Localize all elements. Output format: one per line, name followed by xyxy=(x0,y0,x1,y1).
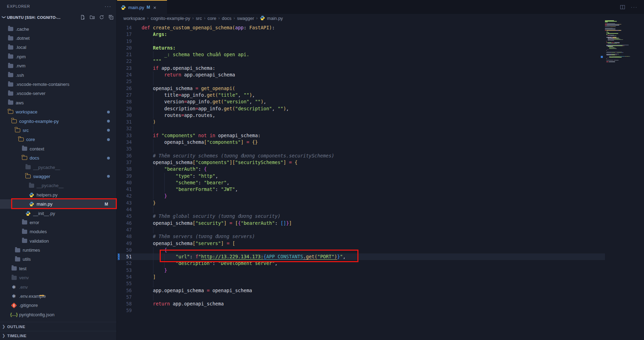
tree-item-modules[interactable]: modules xyxy=(0,227,116,236)
code-line-52[interactable]: 52 "description": "Development server", xyxy=(117,260,605,267)
split-editor-icon[interactable] xyxy=(620,5,625,10)
code-line-22[interactable]: 22 """ xyxy=(117,58,605,65)
code-line-27[interactable]: 27 title=app_info.get("title", ""), xyxy=(117,92,605,98)
code-line-44[interactable]: 44 xyxy=(117,206,605,213)
breadcrumb-item-cognito-example-py[interactable]: cognito-example-py xyxy=(151,16,190,21)
breadcrumb-item-src[interactable]: src xyxy=(196,16,202,21)
tree-item--nvm[interactable]: .nvm xyxy=(0,61,116,71)
code-line-29[interactable]: 29 description=app_info.get("description… xyxy=(117,105,605,112)
tree-item-cognito-example-py[interactable]: cognito-example-py xyxy=(0,117,116,126)
code-line-31[interactable]: 31 ) xyxy=(117,119,605,125)
tree-item-helpers-py[interactable]: helpers.py xyxy=(0,190,116,199)
code-line-23[interactable]: 23 if app.openapi_schema: xyxy=(117,65,605,72)
tree-item-pyrightconfig-json[interactable]: {…}pyrightconfig.json xyxy=(0,310,116,319)
code-line-20[interactable]: 20 Returns: xyxy=(117,45,605,51)
timeline-section[interactable]: ❯ TIMELINE xyxy=(0,331,116,340)
tree-item-venv[interactable]: venv xyxy=(0,273,116,282)
tree-item--dotnet[interactable]: .dotnet xyxy=(0,34,116,43)
code-line-41[interactable]: 41 "bearerFormat": "JWT", xyxy=(117,186,605,193)
code-line-45[interactable]: 45 # Thêm global security (tương đương s… xyxy=(117,213,605,220)
tree-item-src[interactable]: src xyxy=(0,126,116,135)
minimap[interactable] xyxy=(605,20,633,63)
tree-item--ssh[interactable]: .ssh xyxy=(0,71,116,80)
tree-item--vscode-server[interactable]: .vscode-server xyxy=(0,89,116,98)
new-folder-icon[interactable] xyxy=(90,15,95,20)
code-line-55[interactable]: 55 xyxy=(117,280,605,287)
code-line-47[interactable]: 47 xyxy=(117,227,605,233)
code-line-37[interactable]: 37 openapi_schema["components"]["securit… xyxy=(117,159,605,166)
tree-item--init-py[interactable]: __init__.py xyxy=(0,209,116,218)
code-line-26[interactable]: 26 openapi_schema = get_openapi( xyxy=(117,85,605,92)
tree-item-main-py[interactable]: main.pyM xyxy=(0,199,116,208)
line-number: 43 xyxy=(117,200,132,206)
tree-item--cache[interactable]: .cache xyxy=(0,24,116,34)
explorer-more-icon[interactable]: ··· xyxy=(105,3,112,9)
breadcrumb-item-docs[interactable]: docs xyxy=(222,16,231,21)
tree-item-runtimes[interactable]: runtimes xyxy=(0,245,116,254)
tree-item--pycache-[interactable]: __pycache__ xyxy=(0,163,116,172)
tree-item-test[interactable]: test xyxy=(0,264,116,273)
line-number: 45 xyxy=(117,213,132,220)
tree-item-validation[interactable]: validation xyxy=(0,236,116,245)
tree-item-workspace[interactable]: workspace xyxy=(0,108,116,117)
tree-item--gitignore[interactable]: .gitignore xyxy=(0,301,116,310)
code-line-38[interactable]: 38 "bearerAuth": { xyxy=(117,166,605,172)
tree-item-core[interactable]: core xyxy=(0,135,116,144)
code-line-25[interactable]: 25 xyxy=(117,78,605,85)
json-icon: {…} xyxy=(11,312,17,317)
code-line-56[interactable]: 56 app.openapi_schema = openapi_schema xyxy=(117,287,605,294)
tree-item--env[interactable]: ✱.env xyxy=(0,282,116,291)
tree-item--local[interactable]: .local xyxy=(0,43,116,52)
tree-item-aws[interactable]: aws xyxy=(0,98,116,107)
tree-item-docs[interactable]: docs xyxy=(0,153,116,162)
code-line-39[interactable]: 39 "type": "http", xyxy=(117,173,605,179)
breadcrumb-item-core[interactable]: core xyxy=(207,16,216,21)
code-line-57[interactable]: 57 xyxy=(117,294,605,301)
code-line-35[interactable]: 35 xyxy=(117,146,605,152)
code-line-51[interactable]: 51 "url": f"http://13.229.134.173:{APP_C… xyxy=(117,253,605,260)
tab-close-icon[interactable]: × xyxy=(153,5,157,10)
code-line-53[interactable]: 53 } xyxy=(117,267,605,274)
code-line-17[interactable]: 17 Args: xyxy=(117,31,605,38)
code-line-24[interactable]: 24 return app.openapi_schema xyxy=(117,72,605,78)
code-line-46[interactable]: 46 openapi_schema["security"] = [{"beare… xyxy=(117,220,605,227)
code-line-32[interactable]: 32 xyxy=(117,125,605,132)
line-number: 22 xyxy=(117,58,132,65)
breadcrumb-item-main-py[interactable]: main.py xyxy=(267,16,283,21)
editor-more-icon[interactable]: ··· xyxy=(631,4,638,10)
code-editor[interactable]: 14def create_custom_openapi_schema(app: … xyxy=(117,24,644,314)
code-line-54[interactable]: 54 ] xyxy=(117,274,605,280)
workspace-section-header[interactable]: ❯ UBUNTU [SSH: COGNITO-... xyxy=(0,12,116,22)
code-line-14[interactable]: 14def create_custom_openapi_schema(app: … xyxy=(117,24,605,31)
collapse-folders-icon[interactable] xyxy=(108,15,114,20)
tab-main-py[interactable]: main.py M × xyxy=(117,0,167,14)
code-line-50[interactable]: 50 { xyxy=(117,247,605,253)
tree-item-context[interactable]: context xyxy=(0,144,116,153)
outline-section[interactable]: ❯ OUTLINE xyxy=(0,322,116,331)
code-line-30[interactable]: 30 routes=app.routes, xyxy=(117,112,605,119)
code-line-40[interactable]: 40 "scheme": "bearer", xyxy=(117,179,605,186)
code-line-36[interactable]: 36 # Thêm security schemes (tương đương … xyxy=(117,153,605,159)
code-line-28[interactable]: 28 version=app_info.get("version", ""), xyxy=(117,98,605,105)
code-line-48[interactable]: 48 # Thêm servers (tương đương servers) xyxy=(117,233,605,240)
tree-item-utils[interactable]: utils xyxy=(0,255,116,264)
breadcrumb-item-workspace[interactable]: workspace xyxy=(123,16,145,21)
new-file-icon[interactable] xyxy=(80,15,85,20)
code-line-33[interactable]: 33 if "components" not in openapi_schema… xyxy=(117,132,605,139)
code-line-49[interactable]: 49 openapi_schema["servers"] = [ xyxy=(117,240,605,247)
code-line-34[interactable]: 34 openapi_schema["components"] = {} xyxy=(117,139,605,146)
code-line-21[interactable]: 21 _: schema theo chuẩn open api. xyxy=(117,51,605,58)
tree-item--vscode-remote-containers[interactable]: .vscode-remote-containers xyxy=(0,80,116,89)
tree-item-error[interactable]: error xyxy=(0,218,116,227)
tree-item--npm[interactable]: .npm xyxy=(0,52,116,61)
code-line-42[interactable]: 42 } xyxy=(117,193,605,199)
tree-item--pycache-[interactable]: __pycache__ xyxy=(0,181,116,190)
code-line-43[interactable]: 43 } xyxy=(117,200,605,206)
code-line-59[interactable]: 59 xyxy=(117,307,605,314)
tree-item-swagger[interactable]: swagger xyxy=(0,172,116,181)
code-line-58[interactable]: 58 return app.openapi_schema xyxy=(117,301,605,307)
tree-item--env-example[interactable]: ✱.env.example xyxy=(0,291,116,301)
code-line-19[interactable]: 19 xyxy=(117,38,605,45)
refresh-icon[interactable] xyxy=(99,15,104,20)
breadcrumb-item-swagger[interactable]: swagger xyxy=(237,16,254,21)
